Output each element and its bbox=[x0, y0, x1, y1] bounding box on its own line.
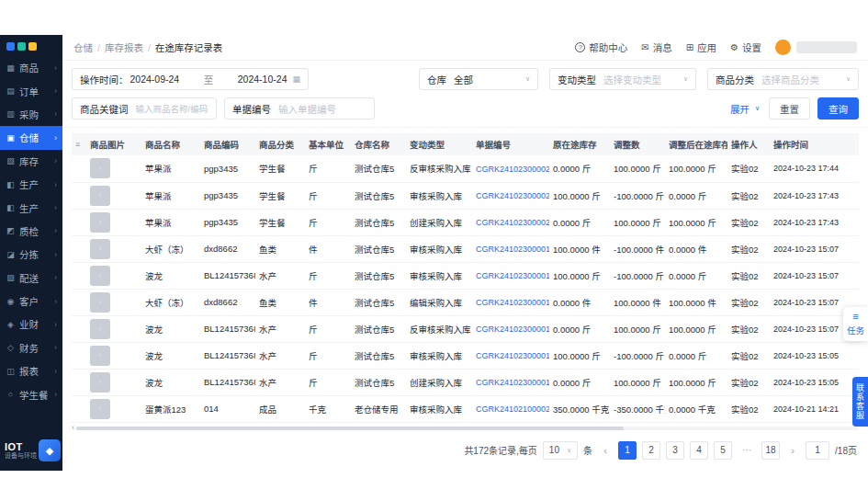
topbar-action-apps[interactable]: ⊞应用 bbox=[686, 40, 716, 54]
date-range-picker[interactable]: 操作时间： 2024-09-24 至 2024-10-24 ▦ bbox=[72, 68, 309, 90]
topbar-action-help[interactable]: ?帮助中心 bbox=[575, 40, 627, 54]
category-select[interactable]: 商品分类 选择商品分类 ∨ bbox=[707, 68, 859, 90]
table-body: ▫苹果派pgp3435学生餐斤测试仓库5反审核采购入库CGRK241023000… bbox=[72, 155, 859, 422]
sidebar-item-production-1[interactable]: ◧生产› bbox=[0, 173, 62, 196]
adjust-cell: -100.0000 件 bbox=[610, 235, 665, 262]
page-button-4[interactable]: 4 bbox=[690, 441, 708, 460]
category-cell: 成品 bbox=[255, 395, 305, 422]
task-fab[interactable]: ≡ 任务 bbox=[843, 307, 868, 341]
sidebar-item-production-2[interactable]: ◧生产› bbox=[0, 196, 62, 219]
message-icon: ✉ bbox=[641, 42, 648, 52]
time-cell: 2024-10-23 17:43 bbox=[770, 209, 859, 235]
iot-badge-icon[interactable]: ◆ bbox=[39, 439, 61, 461]
sidebar-item-customers[interactable]: ◉客户› bbox=[0, 290, 62, 313]
sidebar-item-biz-finance[interactable]: ◈业财› bbox=[0, 313, 62, 336]
table-row[interactable]: ▫波龙BL124157368水产斤测试仓库5反审核采购入库CGRK2410230… bbox=[72, 315, 859, 342]
change-type-placeholder: 选择变动类型 bbox=[603, 73, 661, 86]
table-row[interactable]: ▫波龙BL124157368水产斤测试仓库5审核采购入库CGRK24102300… bbox=[72, 262, 859, 289]
topbar-action-messages[interactable]: ✉消息 bbox=[641, 40, 671, 54]
change-type-cell: 审核采购入库 bbox=[406, 395, 472, 422]
table-row[interactable]: ▫波龙BL124157368水产斤测试仓库5审核采购入库CGRK24102300… bbox=[72, 342, 859, 369]
product-name-cell: 大虾（冻） bbox=[141, 235, 200, 262]
keyword-input[interactable]: 商品关键词 输入商品名称/编码 bbox=[72, 97, 217, 120]
image-icon: ▫ bbox=[99, 271, 102, 279]
sidebar-item-finance[interactable]: ◇财务› bbox=[0, 336, 62, 359]
table-row[interactable]: ▫苹果派pgp3435学生餐斤测试仓库5审核采购入库CGRK2410230000… bbox=[72, 182, 859, 209]
page-button-18[interactable]: 18 bbox=[761, 441, 780, 460]
page-button-1[interactable]: 1 bbox=[618, 441, 637, 460]
page-total-label: /18页 bbox=[835, 443, 857, 457]
sidebar-item-quality[interactable]: ◩质检› bbox=[0, 220, 62, 243]
topbar-action-settings[interactable]: ⚙设置 bbox=[730, 40, 761, 54]
page-button-2[interactable]: 2 bbox=[642, 441, 660, 460]
chevron-right-icon: › bbox=[54, 250, 57, 259]
sidebar-item-orders[interactable]: ▤订单› bbox=[0, 79, 62, 102]
table-row[interactable]: ▫大虾（冻）dxd8662鱼类件测试仓库5审核采购入库CGRK241023000… bbox=[72, 235, 859, 262]
doc-no-link[interactable]: CGRK24102300001 bbox=[476, 351, 549, 360]
delivery-icon: ▨ bbox=[6, 273, 16, 282]
sidebar-item-student-meal[interactable]: ○学生餐› bbox=[0, 382, 62, 405]
filter-panel: 操作时间： 2024-09-24 至 2024-10-24 ▦ 仓库 全部 ∨ … bbox=[62, 61, 868, 128]
scrollbar-track[interactable] bbox=[76, 427, 859, 430]
page-size-select[interactable]: 10 ∨ bbox=[543, 441, 578, 460]
image-icon: ▫ bbox=[99, 378, 102, 386]
chevron-right-icon: › bbox=[54, 203, 57, 212]
sidebar-item-sorting[interactable]: ◪分拣› bbox=[0, 243, 62, 266]
doc-no-cell: CGRK24102300001 bbox=[472, 315, 549, 342]
warehouse-cell: 测试仓库5 bbox=[351, 289, 406, 315]
adjust-cell: -350.0000 千克 bbox=[610, 395, 665, 422]
unit-cell: 斤 bbox=[305, 342, 351, 369]
table-row[interactable]: ▫大虾（冻）dxd8662鱼类件测试仓库5编辑采购入库CGRK241023000… bbox=[72, 289, 859, 315]
chevron-right-icon: › bbox=[54, 133, 57, 142]
sidebar-item-label: 库存 bbox=[19, 154, 39, 168]
warehouse-select[interactable]: 仓库 全部 ∨ bbox=[419, 68, 538, 90]
product-code-cell: pgp3435 bbox=[200, 182, 255, 209]
doc-no-link[interactable]: CGRK24102300001 bbox=[476, 378, 549, 387]
doc-no-link[interactable]: CGRK24102300002 bbox=[476, 218, 549, 227]
product-image-cell: ▫ bbox=[86, 155, 141, 182]
table-row[interactable]: ▫波龙BL124157368水产斤测试仓库5创建采购入库CGRK24102300… bbox=[72, 369, 859, 395]
sidebar-item-inventory[interactable]: ▧库存› bbox=[0, 150, 62, 173]
sidebar-item-goods[interactable]: ▦商品› bbox=[0, 56, 62, 79]
prev-page-button[interactable]: ‹ bbox=[598, 441, 613, 460]
doc-no-link[interactable]: CGRK24102300002 bbox=[476, 165, 549, 174]
doc-no-link[interactable]: CGRK24102300001 bbox=[476, 245, 549, 254]
sidebar-item-delivery[interactable]: ▨配送› bbox=[0, 267, 62, 290]
search-button[interactable]: 查询 bbox=[817, 97, 859, 120]
scrollbar-thumb[interactable] bbox=[76, 427, 624, 430]
page-button-3[interactable]: 3 bbox=[666, 441, 684, 460]
product-image-placeholder: ▫ bbox=[90, 399, 110, 419]
date-start-value: 2024-09-24 bbox=[130, 74, 180, 85]
doc-no-link[interactable]: CGRK24102300001 bbox=[476, 298, 549, 307]
table-settings-icon[interactable]: ≡ bbox=[72, 133, 86, 155]
records-table: ≡ 商品图片商品名称商品编码商品分类基本单位仓库名称变动类型单据编号原在途库存调… bbox=[72, 133, 859, 423]
after-stock-cell: 100.0000 斤 bbox=[665, 155, 727, 182]
expand-filters-link[interactable]: 展开 ∨ bbox=[730, 102, 760, 116]
page-jump-input[interactable]: 1 bbox=[806, 441, 829, 460]
iot-subtitle: 设备与环境 bbox=[5, 452, 37, 460]
table-row[interactable]: ▫苹果派pgp3435学生餐斤测试仓库5创建采购入库CGRK2410230000… bbox=[72, 209, 859, 235]
sidebar-item-warehouse[interactable]: ▣仓储› bbox=[0, 126, 62, 149]
sidebar-item-purchase[interactable]: ▥采购› bbox=[0, 103, 62, 126]
operator-cell: 实验02 bbox=[727, 342, 770, 369]
contact-service-tab[interactable]: 联系客服 bbox=[852, 377, 868, 427]
doc-no-input[interactable]: 单据编号 输入单据编号 bbox=[224, 97, 375, 120]
change-type-select[interactable]: 变动类型 选择变动类型 ∨ bbox=[549, 68, 696, 90]
unit-cell: 件 bbox=[305, 235, 351, 262]
sidebar-item-reports[interactable]: ◫报表› bbox=[0, 359, 62, 382]
doc-no-link[interactable]: CGRK24102300001 bbox=[476, 325, 549, 334]
reset-button[interactable]: 重置 bbox=[769, 97, 810, 120]
doc-no-link[interactable]: CGRK24102300001 bbox=[476, 271, 549, 280]
table-row[interactable]: ▫苹果派pgp3435学生餐斤测试仓库5反审核采购入库CGRK241023000… bbox=[72, 155, 859, 182]
scroll-left-icon[interactable]: ‹ bbox=[72, 424, 74, 432]
table-row[interactable]: ▫蛋黄派123014成品千克老仓储专用审核采购入库CGRK24102100002… bbox=[72, 395, 859, 422]
doc-no-link[interactable]: CGRK24102100002 bbox=[476, 404, 549, 414]
user-menu[interactable] bbox=[775, 40, 857, 55]
next-page-button[interactable]: › bbox=[785, 441, 800, 460]
breadcrumb-item-stock-reports[interactable]: 库存报表 bbox=[105, 40, 143, 54]
page-button-5[interactable]: 5 bbox=[714, 441, 732, 460]
sidebar-item-label: 财务 bbox=[19, 341, 39, 355]
before-stock-cell: 350.0000 千克 bbox=[549, 395, 610, 422]
breadcrumb-item-warehouse[interactable]: 仓储 bbox=[73, 40, 93, 54]
doc-no-link[interactable]: CGRK24102300002 bbox=[476, 191, 549, 200]
